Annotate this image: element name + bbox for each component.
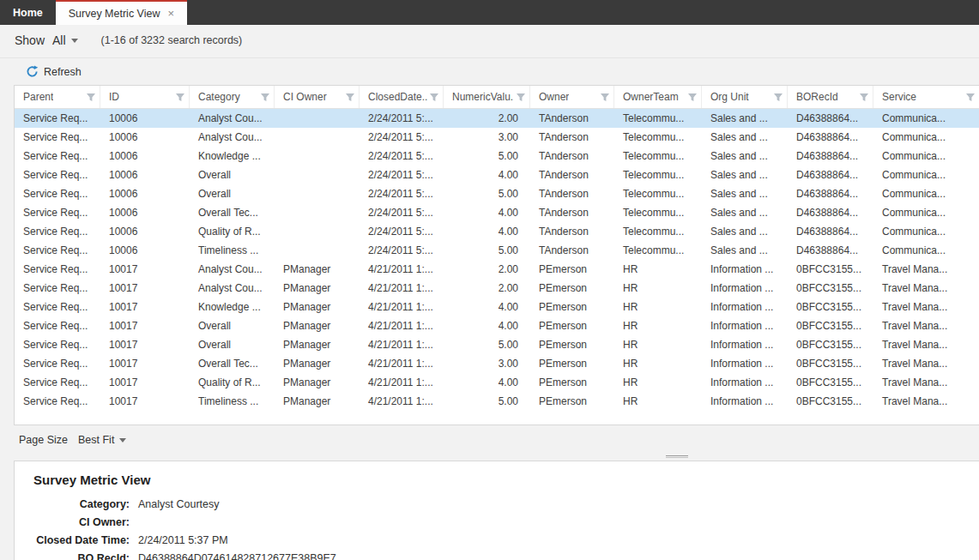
filter-icon[interactable] [429, 93, 439, 102]
page-size-dropdown[interactable]: Best Fit [78, 434, 126, 446]
table-row[interactable]: Service Req...10006Overall2/24/2011 5:..… [15, 166, 979, 184]
table-row[interactable]: Service Req...10017Timeliness ...PManage… [15, 392, 979, 411]
column-header-ci-owner[interactable]: CI Owner [275, 86, 360, 108]
table-cell: 10017 [100, 279, 190, 298]
table-cell: PManager [275, 316, 360, 335]
column-header-label: ID [109, 91, 119, 103]
table-row[interactable]: Service Req...10006Timeliness ...2/24/20… [15, 241, 979, 260]
table-cell: HR [614, 373, 702, 392]
table-cell: Telecommu... [614, 241, 702, 260]
table-row[interactable]: Service Req...10017Overall Tec...PManage… [15, 354, 979, 373]
table-cell: 2/24/2011 5:... [360, 184, 444, 203]
table-row[interactable]: Service Req...10017Analyst Cou...PManage… [15, 260, 979, 279]
table-cell: HR [614, 335, 702, 354]
tab-survey-metric-view[interactable]: Survey Metric View × [56, 0, 187, 25]
splitter-grip-icon[interactable] [666, 455, 688, 458]
column-header-borecid[interactable]: BORecId [788, 86, 873, 108]
filter-icon[interactable] [600, 93, 610, 102]
show-filter-value: All [52, 33, 66, 47]
column-header-closeddate[interactable]: ClosedDate... [360, 86, 444, 108]
table-cell: 4/21/2011 1:... [360, 279, 444, 298]
table-cell: Information ... [702, 373, 788, 392]
filter-icon[interactable] [773, 93, 783, 102]
table-row[interactable]: Service Req...10017Knowledge ...PManager… [15, 298, 979, 316]
table-row[interactable]: Service Req...10017OverallPManager4/21/2… [15, 316, 979, 335]
detail-field-label: Closed Date Time: [15, 534, 130, 546]
column-header-label: Service [882, 91, 916, 103]
table-cell: Travel Mana... [873, 392, 979, 411]
table-cell: 10006 [100, 147, 190, 166]
table-cell: Sales and ... [702, 241, 788, 260]
table-cell: PManager [275, 354, 360, 373]
table-cell: PEmerson [530, 260, 614, 279]
table-row[interactable]: Service Req...10006Knowledge ...2/24/201… [15, 147, 979, 166]
table-cell: Timeliness ... [190, 241, 275, 260]
table-row[interactable]: Service Req...10006Quality of R...2/24/2… [15, 222, 979, 241]
table-cell: Travel Mana... [873, 260, 979, 279]
table-cell: 10006 [100, 166, 190, 184]
table-row[interactable]: Service Req...10006Overall2/24/2011 5:..… [15, 184, 979, 203]
column-header-org-unit[interactable]: Org Unit [702, 86, 788, 108]
table-cell: Service Req... [15, 166, 100, 184]
detail-field-label: BO RecId: [15, 552, 130, 560]
tab-home[interactable]: Home [0, 0, 56, 25]
table-cell: 0BFCC3155... [788, 373, 873, 392]
table-cell: 5.00 [444, 147, 530, 166]
table-cell: 5.00 [444, 335, 530, 354]
filter-icon[interactable] [516, 93, 526, 102]
refresh-button-label: Refresh [44, 66, 82, 78]
table-cell: Communica... [873, 128, 979, 147]
table-cell: 2.00 [444, 260, 530, 279]
detail-panel-title: Survey Metric View [33, 473, 979, 487]
column-header-category[interactable]: Category [190, 86, 275, 108]
table-cell: Service Req... [15, 260, 100, 279]
filter-icon[interactable] [859, 93, 869, 102]
table-cell: 4/21/2011 1:... [360, 260, 444, 279]
table-cell: Information ... [702, 298, 788, 316]
table-cell: D46388864... [788, 241, 873, 260]
table-row[interactable]: Service Req...10006Overall Tec...2/24/20… [15, 203, 979, 222]
table-row[interactable]: Service Req...10006Analyst Cou...2/24/20… [15, 109, 979, 128]
table-cell: PEmerson [530, 392, 614, 411]
table-cell: Travel Mana... [873, 316, 979, 335]
column-header-numericvalu[interactable]: NumericValu... [444, 86, 530, 108]
table-row[interactable]: Service Req...10006Analyst Cou...2/24/20… [15, 128, 979, 147]
filter-icon[interactable] [260, 93, 270, 102]
table-cell: PEmerson [530, 316, 614, 335]
column-header-owner[interactable]: Owner [530, 86, 614, 108]
table-row[interactable]: Service Req...10017OverallPManager4/21/2… [15, 335, 979, 354]
table-cell: Overall [190, 335, 275, 354]
column-header-ownerteam[interactable]: OwnerTeam [614, 86, 702, 108]
table-cell: 0BFCC3155... [788, 316, 873, 335]
filter-icon[interactable] [687, 93, 698, 102]
table-cell: D46388864... [788, 109, 873, 128]
table-cell: Travel Mana... [873, 335, 979, 354]
column-header-parent[interactable]: Parent [15, 86, 100, 108]
refresh-button[interactable]: Refresh [26, 65, 82, 78]
table-row[interactable]: Service Req...10017Quality of R...PManag… [15, 373, 979, 392]
filter-icon[interactable] [86, 93, 96, 102]
detail-field-row: Closed Date Time:2/24/2011 5:37 PM [15, 534, 979, 546]
table-row[interactable]: Service Req...10017Analyst Cou...PManage… [15, 279, 979, 298]
column-header-id[interactable]: ID [100, 86, 190, 108]
table-cell: 0BFCC3155... [788, 354, 873, 373]
table-cell: Service Req... [15, 203, 100, 222]
filter-icon[interactable] [345, 93, 355, 102]
filter-icon[interactable] [175, 93, 185, 102]
table-cell: 3.00 [444, 354, 530, 373]
table-cell: PManager [275, 335, 360, 354]
table-cell: Service Req... [15, 335, 100, 354]
table-cell: 10006 [100, 203, 190, 222]
column-header-service[interactable]: Service [873, 86, 979, 108]
column-header-label: NumericValu... [452, 91, 514, 103]
table-cell: Sales and ... [702, 166, 788, 184]
table-cell: Sales and ... [702, 147, 788, 166]
close-icon[interactable]: × [167, 8, 174, 19]
table-cell: 10017 [100, 335, 190, 354]
show-filter-dropdown[interactable]: All [52, 33, 78, 47]
pane-splitter[interactable] [0, 453, 979, 461]
grid-toolbar: Refresh [0, 57, 979, 85]
table-cell: Overall [190, 316, 275, 335]
filter-icon[interactable] [965, 93, 976, 102]
table-cell: TAnderson [530, 222, 614, 241]
